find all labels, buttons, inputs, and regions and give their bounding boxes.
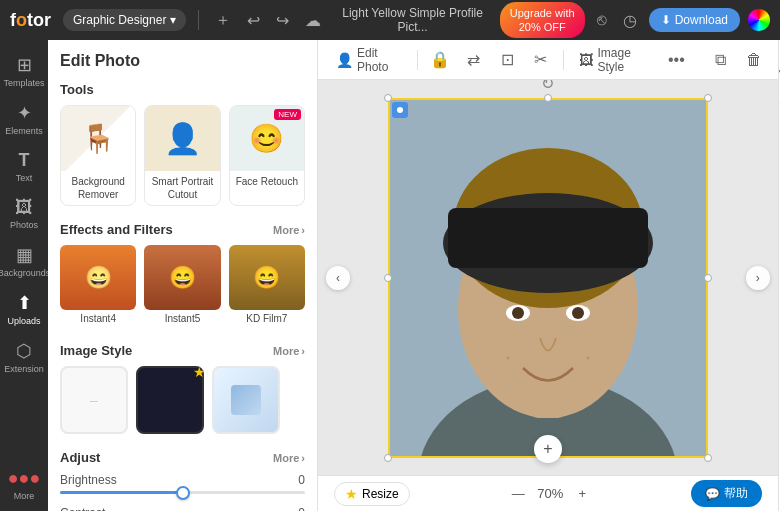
resize-handle-bottom-left[interactable]: [384, 454, 392, 462]
canvas-nav-right[interactable]: ›: [746, 266, 770, 290]
photo-image: [388, 98, 708, 458]
chevron-right-icon3: ›: [301, 452, 305, 464]
designer-mode-button[interactable]: Graphic Designer ▾: [63, 9, 186, 31]
filter-instant4-label: Instant4: [60, 310, 136, 327]
adjust-more-link[interactable]: More ›: [273, 452, 305, 464]
sidebar-item-backgrounds[interactable]: ▦ Backgrounds: [2, 238, 46, 284]
filter-instant4-thumb: 😄: [60, 245, 136, 310]
chat-help-button[interactable]: 💬 帮助: [691, 480, 762, 507]
templates-icon: ⊞: [17, 54, 32, 76]
history-icon[interactable]: ◷: [619, 9, 641, 32]
tool-smart-portrait[interactable]: 👤 Smart Portrait Cutout: [144, 105, 220, 206]
brightness-slider[interactable]: [60, 491, 305, 494]
rotate-handle[interactable]: ↻: [541, 80, 554, 93]
cloud-save-icon[interactable]: ☁: [301, 9, 325, 32]
delete-toolbar-btn[interactable]: 🗑: [742, 46, 766, 74]
sidebar-item-photos[interactable]: 🖼 Photos: [2, 191, 46, 236]
adjust-label: Adjust: [60, 450, 100, 465]
sidebar-icons: ⊞ Templates ✦ Elements T Text 🖼 Photos ▦…: [0, 40, 48, 511]
resize-handle-top[interactable]: [544, 94, 552, 102]
redo-icon[interactable]: ↪: [272, 9, 293, 32]
sidebar-item-more[interactable]: ●●● More: [2, 462, 46, 511]
style-card-plain[interactable]: —: [60, 366, 128, 434]
filter-instant5-thumb: 😄: [144, 245, 220, 310]
tool-face-retouch[interactable]: 😊 NEW Face Retouch: [229, 105, 305, 206]
edit-photo-toolbar-item[interactable]: 👤 Edit Photo: [330, 42, 407, 78]
zoom-in-button[interactable]: +: [571, 483, 593, 505]
duplicate-toolbar-btn[interactable]: ⧉: [708, 46, 732, 74]
resize-handle-bottom-right[interactable]: [704, 454, 712, 462]
zoom-out-button[interactable]: —: [507, 483, 529, 505]
tools-grid: 🪑 Background Remover 👤 Smart Portrait Cu…: [60, 105, 305, 206]
canvas-area: 👤 Edit Photo 🔒 ⇄ ⊡ ✂ 🖼 Image Style ••• ⧉…: [318, 40, 778, 511]
photos-icon: 🖼: [15, 197, 33, 218]
sidebar-label-elements: Elements: [5, 126, 43, 136]
user-circle-icon: 👤: [336, 52, 353, 68]
portrait-svg: [388, 98, 708, 458]
effects-section-title: Effects and Filters More ›: [60, 222, 305, 237]
canvas-nav-left[interactable]: ‹: [326, 266, 350, 290]
style-card-dark[interactable]: ★: [136, 366, 204, 434]
sidebar-label-extension: Extension: [4, 364, 44, 374]
sidebar-label-more: More: [14, 491, 35, 501]
left-panel: Edit Photo Tools 🪑 Background Remover 👤 …: [48, 40, 318, 511]
portrait-icon: 👤: [164, 121, 201, 156]
lock-toolbar-btn[interactable]: 🔒: [428, 46, 452, 74]
style-more-label: More: [273, 345, 299, 357]
tool-background-remover[interactable]: 🪑 Background Remover: [60, 105, 136, 206]
resize-handle-top-left[interactable]: [384, 94, 392, 102]
new-badge: NEW: [274, 109, 301, 120]
resize-handle-top-right[interactable]: [704, 94, 712, 102]
brightness-thumb[interactable]: [176, 486, 190, 500]
style-more-link[interactable]: More ›: [273, 345, 305, 357]
zoom-level: 70%: [537, 486, 563, 501]
filter-instant5-label: Instant5: [144, 310, 220, 327]
backgrounds-icon: ▦: [16, 244, 33, 266]
canvas-add-button[interactable]: +: [534, 435, 562, 463]
resize-button[interactable]: ★ Resize: [334, 482, 410, 506]
photo-canvas[interactable]: ↻: [388, 98, 708, 458]
sidebar-item-text[interactable]: T Text: [2, 144, 46, 189]
undo-icon[interactable]: ↩: [243, 9, 264, 32]
download-button[interactable]: ⬇ Download: [649, 8, 740, 32]
effects-grid: 😄 Instant4 😄 Instant5 😄 KD Film7: [60, 245, 305, 327]
upgrade-button[interactable]: Upgrade with 20% OFF: [500, 2, 585, 39]
chevron-right-icon2: ›: [301, 345, 305, 357]
resize-icon: ★: [345, 486, 358, 502]
filter-person2-icon: 😄: [169, 265, 196, 291]
download-icon: ⬇: [661, 13, 671, 27]
filter-kdfilm7[interactable]: 😄 KD Film7: [229, 245, 305, 327]
brightness-adjust: Brightness 0: [60, 473, 305, 494]
crop-toolbar-btn[interactable]: ⊡: [495, 46, 519, 74]
filter-instant5[interactable]: 😄 Instant5: [144, 245, 220, 327]
svg-point-12: [586, 356, 589, 359]
flip-toolbar-btn[interactable]: ⇄: [461, 46, 485, 74]
effects-more-link[interactable]: More ›: [273, 224, 305, 236]
sidebar-item-elements[interactable]: ✦ Elements: [2, 96, 46, 142]
text-icon: T: [19, 150, 30, 171]
sidebar-item-uploads[interactable]: ⬆ Uploads: [2, 286, 46, 332]
cut-toolbar-btn[interactable]: ✂: [529, 46, 553, 74]
color-wheel-icon[interactable]: [748, 9, 770, 31]
download-label: Download: [675, 13, 728, 27]
zoom-out-icon: —: [512, 486, 525, 501]
file-title: Light Yellow Simple Profile Pict...: [333, 6, 491, 34]
filter-kdfilm7-label: KD Film7: [229, 310, 305, 327]
sidebar-item-extension[interactable]: ⬡ Extension: [2, 334, 46, 380]
sidebar-item-templates[interactable]: ⊞ Templates: [2, 48, 46, 94]
more-icon: ●●●: [8, 468, 41, 489]
svg-rect-6: [448, 208, 648, 268]
style-card-blue[interactable]: [212, 366, 280, 434]
more-options-btn[interactable]: •••: [664, 46, 688, 74]
image-style-toolbar-item[interactable]: 🖼 Image Style: [573, 42, 654, 78]
filter-instant4[interactable]: 😄 Instant4: [60, 245, 136, 327]
add-page-icon[interactable]: ＋: [211, 8, 235, 33]
resize-handle-right[interactable]: [704, 274, 712, 282]
share-icon[interactable]: ⎋: [593, 9, 611, 31]
filter-person3-icon: 😄: [253, 265, 280, 291]
resize-label: Resize: [362, 487, 399, 501]
topbar-separator: [198, 10, 199, 30]
extension-icon: ⬡: [16, 340, 32, 362]
resize-handle-left[interactable]: [384, 274, 392, 282]
style-grid: — ★: [60, 366, 305, 434]
